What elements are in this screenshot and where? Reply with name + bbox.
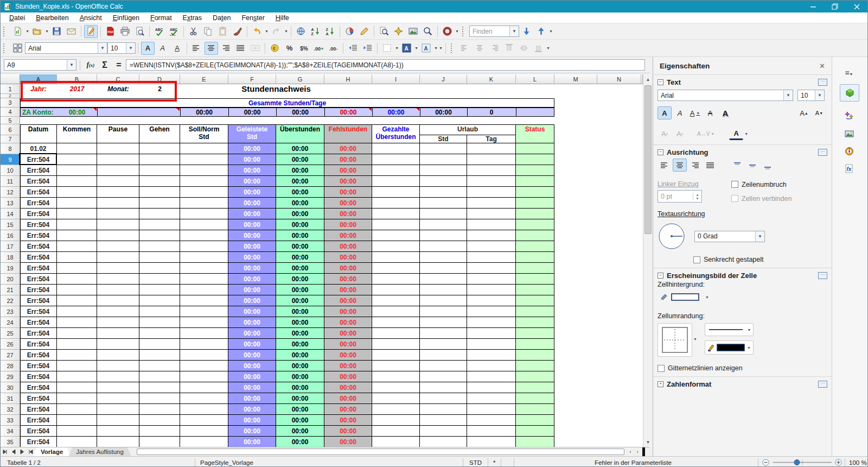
cell-A24[interactable]: Err:504 (20, 317, 57, 328)
cell-C16[interactable] (97, 230, 139, 241)
cell-G23[interactable]: 00:00 (276, 306, 324, 317)
number-format-dialog-launcher-icon[interactable]: ··· (818, 381, 827, 388)
cell-B24[interactable] (57, 317, 97, 328)
row-header-14[interactable]: 14 (1, 209, 20, 219)
cell-D19[interactable] (139, 263, 180, 274)
table-header-urlaub[interactable]: Urlaub (420, 124, 516, 135)
cell-J10[interactable] (420, 165, 467, 176)
cell-J12[interactable] (420, 187, 467, 198)
toolbar-grip[interactable] (3, 43, 8, 53)
cell-G27[interactable]: 00:00 (276, 350, 324, 361)
sidebar-align-justify-button[interactable] (703, 159, 717, 172)
cell-E14[interactable] (180, 209, 228, 219)
sidebar-increase-font-button[interactable]: A▲ (797, 106, 811, 119)
cell-K17[interactable] (467, 241, 516, 252)
cell-E10[interactable] (180, 165, 228, 176)
object-align-top-button[interactable] (502, 42, 516, 55)
toolbar-grip[interactable] (451, 43, 456, 53)
combo-dropdown-icon[interactable]: ▼ (126, 43, 135, 53)
cell-G10[interactable]: 00:00 (276, 165, 324, 176)
cell-A11[interactable]: Err:504 (20, 176, 57, 187)
cell-F27[interactable]: 00:00 (228, 350, 276, 361)
row-header-17[interactable]: 17 (1, 241, 20, 252)
italic-button[interactable]: A (156, 42, 169, 55)
row-header-34[interactable]: 34 (1, 426, 20, 437)
cell-L22[interactable] (516, 295, 554, 306)
zoom-slider[interactable] (772, 457, 833, 467)
cell-F24[interactable]: 00:00 (228, 317, 276, 328)
cell-H31[interactable]: 00:00 (324, 393, 372, 404)
cell-E22[interactable] (180, 295, 228, 306)
cell-D14[interactable] (139, 209, 180, 219)
email-button[interactable] (65, 25, 78, 38)
cell-A16[interactable]: Err:504 (20, 230, 57, 241)
cell-L16[interactable] (516, 230, 554, 241)
cell-A22[interactable]: Err:504 (20, 295, 57, 306)
cell-D12[interactable] (139, 187, 180, 198)
sidebar-decrease-font-button[interactable]: A▼ (812, 106, 826, 119)
row-header-33[interactable]: 33 (1, 415, 20, 426)
cell-background-color-button[interactable] (658, 291, 704, 304)
menu-format[interactable]: Format (145, 13, 177, 23)
cell-B25[interactable] (57, 328, 97, 339)
cell-F16[interactable]: 00:00 (228, 230, 276, 241)
row-header-23[interactable]: 23 (1, 306, 20, 317)
sidebar-superscript-button[interactable]: Ax (658, 127, 672, 140)
cell-K19[interactable] (467, 263, 516, 274)
cell-F29[interactable]: 00:00 (228, 371, 276, 382)
cell-C27[interactable] (97, 350, 139, 361)
find-up-button[interactable] (534, 25, 548, 38)
cell-J34[interactable] (420, 426, 467, 437)
cell-L24[interactable] (516, 317, 554, 328)
toolbar-grip[interactable] (3, 27, 8, 36)
cell-J11[interactable] (420, 176, 467, 187)
borders-dropdown-icon[interactable]: ▾ (394, 42, 399, 55)
cell-B26[interactable] (57, 339, 97, 350)
expand-icon[interactable]: + (658, 381, 663, 387)
add-decimal-button[interactable]: .00+ (312, 42, 326, 55)
column-header-N[interactable]: N (597, 74, 641, 84)
row-header-26[interactable]: 26 (1, 339, 20, 350)
find-down-button[interactable] (520, 25, 533, 38)
cell-C26[interactable] (97, 339, 139, 350)
cell-H12[interactable]: 00:00 (324, 187, 372, 198)
sidebar-align-bottom-button[interactable] (761, 159, 775, 172)
cell-H16[interactable]: 00:00 (324, 230, 372, 241)
cell-H22[interactable]: 00:00 (324, 295, 372, 306)
row-header-25[interactable]: 25 (1, 328, 20, 339)
menu-hilfe[interactable]: Hilfe (270, 13, 295, 23)
cell-H35[interactable]: 00:00 (324, 437, 372, 447)
cell-I9[interactable] (372, 154, 420, 165)
summary-cell-K[interactable]: 0 (467, 108, 516, 117)
save-button[interactable] (50, 25, 63, 38)
cell-D24[interactable] (139, 317, 180, 328)
cell-H10[interactable]: 00:00 (324, 165, 372, 176)
delete-decimal-button[interactable]: .00- (327, 42, 340, 55)
cell-F20[interactable]: 00:00 (228, 274, 276, 285)
combo-dropdown-icon[interactable]: ▼ (98, 43, 107, 53)
sidebar-font-size-combo[interactable]: 10▼ (797, 90, 825, 101)
cell-I26[interactable] (372, 339, 420, 350)
show-gridlines-checkbox[interactable] (658, 365, 665, 372)
cell-B20[interactable] (57, 274, 97, 285)
cell-C28[interactable] (97, 361, 139, 371)
borders-button[interactable] (380, 42, 394, 55)
table-header-status[interactable]: Status (516, 124, 554, 143)
cell-C25[interactable] (97, 328, 139, 339)
row-header-12[interactable]: 12 (1, 187, 20, 198)
cell-D17[interactable] (139, 241, 180, 252)
cell-H8[interactable]: 00:00 (324, 143, 372, 154)
cell-A31[interactable]: Err:504 (20, 393, 57, 404)
undo-button[interactable] (250, 25, 264, 38)
cell-I14[interactable] (372, 209, 420, 219)
cell-H32[interactable]: 00:00 (324, 404, 372, 415)
sheet-tab-vorlage[interactable]: Vorlage (33, 447, 71, 456)
cell-E16[interactable] (180, 230, 228, 241)
background-color-dropdown-icon[interactable]: ▼ (705, 295, 709, 299)
za-konto-value-cell[interactable]: 00:00 (57, 108, 97, 117)
new-document-button[interactable] (11, 25, 24, 38)
row-header-6[interactable]: 6 (1, 124, 20, 135)
za-konto-label-cell[interactable]: ZA Konto: (22, 108, 56, 117)
cell-K32[interactable] (467, 404, 516, 415)
cell-H13[interactable]: 00:00 (324, 198, 372, 209)
